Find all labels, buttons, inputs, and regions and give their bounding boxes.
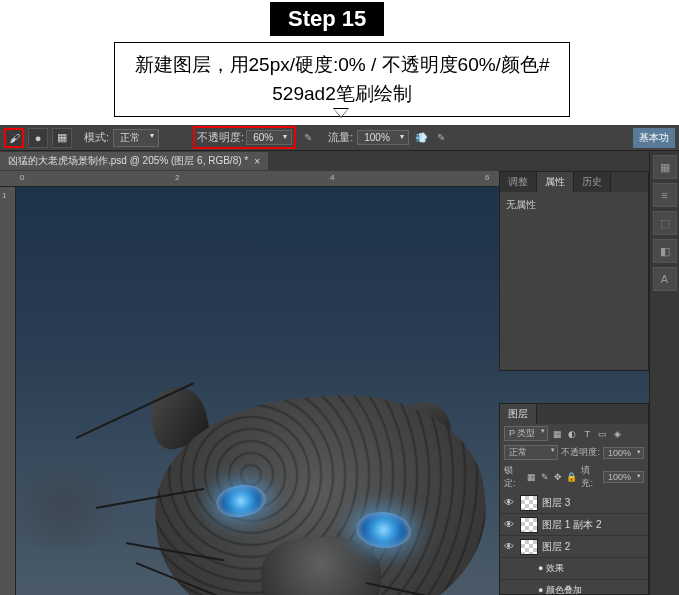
color-icon[interactable]: ◧ xyxy=(653,239,677,263)
right-dock-strip: ▦ ≡ ⬚ ◧ A xyxy=(649,151,679,595)
document-tab[interactable]: 凶猛的大老虎场景制作.psd @ 205% (图层 6, RGB/8) * × xyxy=(0,152,268,170)
airbrush-icon[interactable]: 💨 xyxy=(413,130,429,146)
layers-panel: 图层 P 类型 ▦ ◐ T ▭ ◈ 正常 不透明度: 100% 锁定: ▦ ✎ … xyxy=(499,403,649,595)
history-icon[interactable]: ≡ xyxy=(653,183,677,207)
filter-type-icon[interactable]: T xyxy=(581,428,593,440)
layer-kind-dropdown[interactable]: P 类型 xyxy=(504,426,548,441)
flow-dropdown[interactable]: 100% xyxy=(357,130,409,145)
character-icon[interactable]: A xyxy=(653,267,677,291)
layer-row[interactable]: 👁图层 1 副本 2 xyxy=(500,514,648,536)
filter-pixel-icon[interactable]: ▦ xyxy=(551,428,563,440)
brush-preset-icon[interactable]: ● xyxy=(28,128,48,148)
layer-list: 👁图层 3👁图层 1 副本 2👁图层 2● 效果● 颜色叠加👁图层 6👁图层 xyxy=(500,492,648,595)
mode-label: 模式: xyxy=(84,130,109,145)
layer-filter-row: P 类型 ▦ ◐ T ▭ ◈ xyxy=(500,424,648,443)
ruler-mark: 6 xyxy=(485,173,489,182)
tiger-artwork xyxy=(66,367,526,595)
brush-panel-icon[interactable]: ▦ xyxy=(52,128,72,148)
brush-tool-icon[interactable]: 🖌 xyxy=(4,128,24,148)
properties-body: 无属性 xyxy=(500,192,648,218)
document-title: 凶猛的大老虎场景制作.psd @ 205% (图层 6, RGB/8) * xyxy=(8,154,248,168)
layer-name: 图层 2 xyxy=(542,540,646,554)
lock-all-icon[interactable]: 🔒 xyxy=(566,471,577,483)
fill-dropdown[interactable]: 100% xyxy=(603,471,644,483)
properties-panel-tabs: 调整 属性 历史 xyxy=(500,172,648,192)
layer-row[interactable]: 👁图层 3 xyxy=(500,492,648,514)
blend-mode-group: 模式: 正常 xyxy=(84,129,159,147)
step-badge: Step 15 xyxy=(270,2,384,36)
photoshop-window: 🖌 ● ▦ 模式: 正常 不透明度: 60% ✎ 流量: 100% 💨 ✎ 基本… xyxy=(0,125,679,595)
opacity-dropdown[interactable]: 60% xyxy=(246,130,292,145)
arrow-down-icon xyxy=(333,108,349,118)
pressure-opacity-icon[interactable]: ✎ xyxy=(300,130,316,146)
opacity-label: 不透明度: xyxy=(197,130,244,145)
ruler-mark: 0 xyxy=(20,173,24,182)
pressure-size-icon[interactable]: ✎ xyxy=(433,130,449,146)
opacity-group: 不透明度: 60% xyxy=(193,126,296,149)
tiger-snout xyxy=(261,537,381,595)
layer-opacity-dropdown[interactable]: 100% xyxy=(603,447,644,459)
layer-thumbnail[interactable] xyxy=(520,495,538,511)
instruction-text: 新建图层，用25px/硬度:0% / 不透明度60%/颜色# 529ad2笔刷绘… xyxy=(135,54,550,104)
lock-pos-icon[interactable]: ✥ xyxy=(552,471,563,483)
visibility-icon[interactable]: 👁 xyxy=(502,541,516,552)
layer-name: 图层 3 xyxy=(542,496,646,510)
lock-pixel-icon[interactable]: ✎ xyxy=(539,471,550,483)
layer-effect-name: ● 效果 xyxy=(520,562,646,575)
ruler-mark: 2 xyxy=(175,173,179,182)
layer-name: 图层 1 副本 2 xyxy=(542,518,646,532)
flow-label: 流量: xyxy=(328,130,353,145)
layer-effect-name: ● 颜色叠加 xyxy=(520,584,646,595)
swatches-icon[interactable]: ▦ xyxy=(653,155,677,179)
options-bar: 🖌 ● ▦ 模式: 正常 不透明度: 60% ✎ 流量: 100% 💨 ✎ 基本… xyxy=(0,125,679,151)
tab-adjustments[interactable]: 调整 xyxy=(500,172,537,192)
tab-history[interactable]: 历史 xyxy=(574,172,611,192)
instruction-box: 新建图层，用25px/硬度:0% / 不透明度60%/颜色# 529ad2笔刷绘… xyxy=(114,42,570,117)
lock-trans-icon[interactable]: ▦ xyxy=(526,471,537,483)
document-tab-bar: 凶猛的大老虎场景制作.psd @ 205% (图层 6, RGB/8) * × xyxy=(0,151,679,171)
layer-blend-dropdown[interactable]: 正常 xyxy=(504,445,558,460)
layer-blend-row: 正常 不透明度: 100% xyxy=(500,443,648,462)
layer-row[interactable]: ● 效果 xyxy=(500,558,648,580)
visibility-icon[interactable]: 👁 xyxy=(502,497,516,508)
mode-dropdown[interactable]: 正常 xyxy=(113,129,159,147)
ruler-mark: 4 xyxy=(330,173,334,182)
layer-opacity-label: 不透明度: xyxy=(561,446,600,459)
workspace-button[interactable]: 基本功 xyxy=(633,128,675,148)
close-tab-icon[interactable]: × xyxy=(254,156,260,167)
layer-row[interactable]: 👁图层 2 xyxy=(500,536,648,558)
styles-icon[interactable]: ⬚ xyxy=(653,211,677,235)
layer-thumbnail[interactable] xyxy=(520,517,538,533)
filter-adjust-icon[interactable]: ◐ xyxy=(566,428,578,440)
layer-lock-row: 锁定: ▦ ✎ ✥ 🔒 填充: 100% xyxy=(500,462,648,492)
properties-panel: 调整 属性 历史 无属性 xyxy=(499,171,649,371)
filter-shape-icon[interactable]: ▭ xyxy=(596,428,608,440)
layer-thumbnail[interactable] xyxy=(520,539,538,555)
visibility-icon[interactable]: 👁 xyxy=(502,519,516,530)
layers-panel-tabs: 图层 xyxy=(500,404,648,424)
layer-row[interactable]: ● 颜色叠加 xyxy=(500,580,648,595)
ruler-mark: 1 xyxy=(2,191,6,200)
ruler-vertical: 1 xyxy=(0,187,16,595)
fill-label: 填充: xyxy=(581,464,601,490)
lock-label: 锁定: xyxy=(504,464,524,490)
flow-group: 流量: 100% xyxy=(328,130,409,145)
tab-layers[interactable]: 图层 xyxy=(500,404,537,424)
filter-smart-icon[interactable]: ◈ xyxy=(611,428,623,440)
tab-properties[interactable]: 属性 xyxy=(537,172,574,192)
